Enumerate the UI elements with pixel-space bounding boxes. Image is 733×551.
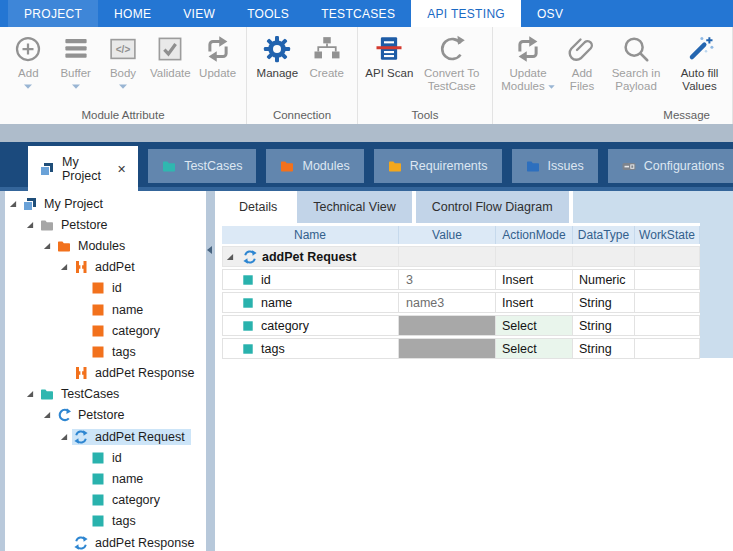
panel-splitter[interactable] bbox=[206, 191, 215, 551]
tree-item-id[interactable]: id bbox=[5, 447, 206, 468]
tree-item-addpet-request[interactable]: addPet Request bbox=[5, 426, 206, 447]
tree-item-content[interactable]: TestCases bbox=[38, 386, 125, 402]
tree-item-content[interactable]: tags bbox=[89, 344, 142, 360]
tree-item-category[interactable]: category bbox=[5, 490, 206, 511]
cell-name[interactable]: name bbox=[222, 292, 399, 313]
grid-row-category[interactable]: categorySelectString bbox=[222, 315, 700, 336]
tree-item-testcases[interactable]: TestCases bbox=[5, 384, 206, 405]
tree-item-content[interactable]: addPet Response bbox=[72, 535, 200, 551]
doc-tab-modules[interactable]: Modules bbox=[266, 149, 363, 183]
tree-item-content[interactable]: id bbox=[89, 450, 128, 466]
menu-tab-project[interactable]: PROJECT bbox=[8, 0, 98, 27]
menu-tab-view[interactable]: VIEW bbox=[167, 0, 231, 27]
cell-name[interactable]: tags bbox=[222, 338, 399, 359]
tree-item-name[interactable]: name bbox=[5, 468, 206, 489]
doc-tab-configurations[interactable]: Configurations bbox=[608, 149, 733, 183]
tree-item-my-project[interactable]: My Project bbox=[5, 193, 206, 214]
chevron-down-icon[interactable] bbox=[72, 84, 80, 89]
ribbon-button-auto-fill-values[interactable]: Auto fill Values bbox=[669, 33, 730, 93]
column-header-workstate[interactable]: WorkState bbox=[635, 226, 700, 244]
cell-name[interactable]: id bbox=[222, 269, 399, 290]
tree-item-content[interactable]: name bbox=[89, 471, 149, 487]
cell-action-mode[interactable]: Insert bbox=[496, 292, 573, 313]
tree-item-petstore[interactable]: Petstore bbox=[5, 405, 206, 426]
cell-data-type[interactable]: String bbox=[573, 292, 635, 313]
tree-item-name[interactable]: name bbox=[5, 299, 206, 320]
ribbon-button-add-files[interactable]: Add Files bbox=[561, 33, 603, 93]
tree-item-id[interactable]: id bbox=[5, 278, 206, 299]
tree-item-petstore[interactable]: Petstore bbox=[5, 214, 206, 235]
menu-tab-osv[interactable]: OSV bbox=[521, 0, 579, 27]
tree-item-content[interactable]: Petstore bbox=[55, 407, 131, 423]
cell-data-type[interactable]: String bbox=[573, 338, 635, 359]
cell-data-type[interactable]: String bbox=[573, 315, 635, 336]
tree-item-content[interactable]: addPet Request bbox=[72, 429, 191, 445]
cell-value[interactable]: name3 bbox=[399, 292, 496, 313]
expander-icon[interactable] bbox=[9, 200, 17, 208]
tree-item-content[interactable]: id bbox=[89, 280, 128, 296]
ribbon-button-manage[interactable]: Manage bbox=[256, 33, 298, 80]
cell-value[interactable]: 3 bbox=[399, 269, 496, 290]
expander-icon[interactable] bbox=[43, 242, 51, 250]
panel-tab-details[interactable]: Details bbox=[223, 191, 293, 223]
tree-item-content[interactable]: addPet bbox=[72, 259, 141, 275]
tree-item-content[interactable]: My Project bbox=[21, 196, 109, 212]
ribbon-button-convert-to-testcase[interactable]: Convert To TestCase bbox=[419, 33, 485, 93]
collapse-left-icon[interactable] bbox=[207, 246, 212, 254]
grid-row-addpet-request[interactable]: addPet Request bbox=[222, 246, 700, 267]
ribbon-button-search-in-payload[interactable]: Search in Payload bbox=[603, 33, 669, 93]
tree-item-addpet-response[interactable]: addPet Response bbox=[5, 532, 206, 551]
tree-item-addpet[interactable]: addPet bbox=[5, 257, 206, 278]
ribbon-button-update[interactable]: Update bbox=[197, 33, 239, 80]
chevron-down-icon[interactable] bbox=[24, 84, 32, 89]
tree-item-content[interactable]: Modules bbox=[55, 238, 131, 254]
ribbon-button-update-modules[interactable]: Update Modules bbox=[495, 33, 561, 93]
menu-tab-home[interactable]: HOME bbox=[98, 0, 167, 27]
menu-tab-api-testing[interactable]: API TESTING bbox=[411, 0, 521, 27]
menu-tab-tools[interactable]: TOOLS bbox=[231, 0, 305, 27]
tree-item-content[interactable]: category bbox=[89, 492, 166, 508]
tree-item-tags[interactable]: tags bbox=[5, 341, 206, 362]
cell-value[interactable] bbox=[399, 338, 496, 359]
doc-tab-testcases[interactable]: TestCases bbox=[148, 149, 256, 183]
cell-work-state[interactable] bbox=[635, 338, 700, 359]
ribbon-button-add[interactable]: Add bbox=[7, 33, 49, 89]
chevron-down-icon[interactable] bbox=[119, 84, 127, 89]
column-header-actionmode[interactable]: ActionMode bbox=[496, 226, 573, 244]
cell-action-mode[interactable] bbox=[496, 246, 573, 267]
tree-item-modules[interactable]: Modules bbox=[5, 235, 206, 256]
tree-item-content[interactable]: Petstore bbox=[38, 217, 114, 233]
tree-item-content[interactable]: addPet Response bbox=[72, 365, 200, 381]
cell-value[interactable] bbox=[399, 315, 496, 336]
cell-work-state[interactable] bbox=[635, 292, 700, 313]
doc-tab-my-project[interactable]: My Project✕ bbox=[28, 146, 138, 192]
cell-value[interactable] bbox=[399, 246, 496, 267]
grid-row-tags[interactable]: tagsSelectString bbox=[222, 338, 700, 359]
tree-item-content[interactable]: name bbox=[89, 302, 149, 318]
tree-item-content[interactable]: tags bbox=[89, 513, 142, 529]
expander-icon[interactable] bbox=[26, 221, 34, 229]
cell-work-state[interactable] bbox=[635, 315, 700, 336]
cell-action-mode[interactable]: Select bbox=[496, 338, 573, 359]
ribbon-button-create[interactable]: Create bbox=[306, 33, 348, 80]
tree-item-category[interactable]: category bbox=[5, 320, 206, 341]
menu-tab-testcases[interactable]: TESTCASES bbox=[305, 0, 411, 27]
tree-item-addpet-response[interactable]: addPet Response bbox=[5, 363, 206, 384]
expander-icon[interactable] bbox=[226, 253, 234, 261]
ribbon-button-body[interactable]: Body bbox=[102, 33, 144, 89]
cell-action-mode[interactable]: Select bbox=[496, 315, 573, 336]
expander-icon[interactable] bbox=[60, 263, 68, 271]
grid-row-id[interactable]: id3InsertNumeric bbox=[222, 269, 700, 290]
expander-icon[interactable] bbox=[26, 390, 34, 398]
panel-tab-control-flow-diagram[interactable]: Control Flow Diagram bbox=[416, 191, 569, 223]
cell-data-type[interactable] bbox=[573, 246, 635, 267]
column-header-name[interactable]: Name bbox=[222, 226, 399, 244]
panel-tab-technical-view[interactable]: Technical View bbox=[297, 191, 411, 223]
cell-work-state[interactable] bbox=[635, 269, 700, 290]
tree-item-tags[interactable]: tags bbox=[5, 511, 206, 532]
cell-name[interactable]: addPet Request bbox=[222, 246, 399, 267]
tree-item-content[interactable]: category bbox=[89, 323, 166, 339]
expander-icon[interactable] bbox=[43, 411, 51, 419]
cell-action-mode[interactable]: Insert bbox=[496, 269, 573, 290]
grid-row-name[interactable]: namename3InsertString bbox=[222, 292, 700, 313]
